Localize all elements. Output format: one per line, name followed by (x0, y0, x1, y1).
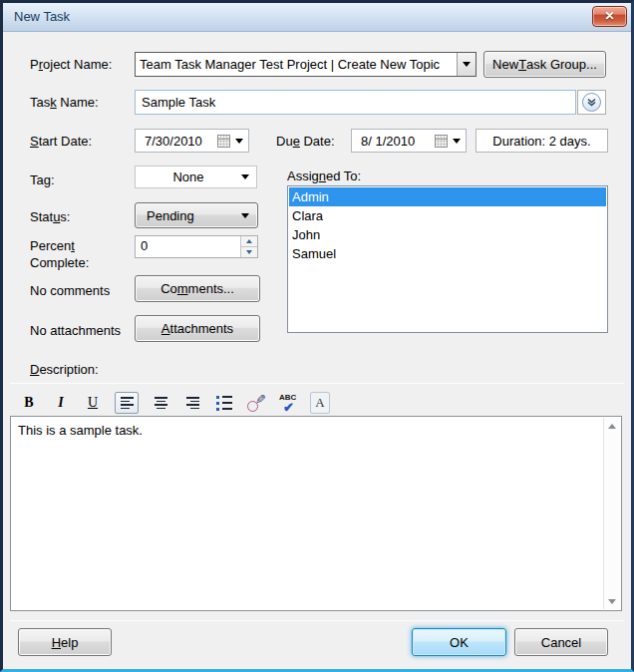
list-item[interactable]: Clara (289, 206, 606, 225)
bullet-list-icon (216, 396, 232, 411)
percent-complete-label-line1: Percent (30, 238, 75, 253)
align-right-icon (186, 397, 199, 409)
edit-pen-icon: ✎ (246, 392, 266, 414)
spell-check-icon: ABC ✔ (278, 392, 298, 414)
percent-complete-label-line2: Complete: (30, 255, 89, 270)
start-date-picker[interactable]: 7/30/2010 (135, 129, 249, 153)
spin-up-button[interactable] (241, 236, 257, 247)
description-text: This is a sample task. (18, 423, 597, 438)
spin-down-button[interactable] (241, 247, 257, 257)
chevron-down-circle-icon (585, 96, 598, 109)
align-center-button[interactable] (151, 392, 170, 414)
underline-icon[interactable]: U (83, 392, 103, 414)
duration-readout: Duration: 2 days. (476, 129, 608, 153)
title-bar[interactable]: New Task ✕ (3, 3, 631, 32)
calendar-icon[interactable] (217, 135, 230, 148)
arrow-down-icon (608, 599, 616, 604)
list-item[interactable]: Samuel (289, 244, 606, 263)
close-icon: ✕ (604, 9, 614, 23)
new-task-group-button[interactable]: New Task Group... (483, 51, 606, 78)
italic-icon[interactable]: I (51, 392, 71, 414)
tag-value: None (136, 169, 241, 184)
close-button[interactable]: ✕ (592, 6, 627, 27)
chevron-down-icon[interactable] (453, 139, 461, 144)
attachments-status-text: No attachments (30, 323, 121, 338)
status-combobox[interactable]: Pending (135, 202, 258, 228)
percent-complete-stepper[interactable]: 0 (135, 235, 258, 258)
comments-status-text: No comments (30, 283, 110, 298)
description-input[interactable]: This is a sample task. (10, 416, 622, 611)
due-date-label: Due Date: (276, 134, 335, 149)
help-button[interactable]: Help (18, 628, 112, 656)
scroll-down-button[interactable] (604, 593, 620, 609)
assigned-to-label: Assigned To: (287, 168, 361, 183)
start-date-value: 7/30/2010 (136, 134, 217, 149)
arrow-down-icon (246, 250, 252, 254)
tag-combobox[interactable]: None (135, 166, 257, 188)
list-item[interactable]: Admin (289, 187, 606, 206)
description-label: Description: (30, 362, 99, 377)
font-icon: A (315, 395, 324, 411)
arrow-up-icon (246, 239, 252, 243)
start-date-label: Start Date: (30, 134, 92, 149)
window-title: New Task (14, 9, 70, 24)
spell-check-button[interactable]: ABC ✔ (278, 392, 298, 414)
align-center-icon (155, 397, 167, 409)
expand-options-button[interactable] (582, 93, 601, 112)
due-date-picker[interactable]: 8/ 1/2010 (351, 129, 467, 153)
duration-text: Duration: 2 days. (492, 134, 590, 149)
project-name-label: Project Name: (30, 57, 112, 72)
annotate-button[interactable]: ✎ (246, 392, 266, 414)
bold-icon[interactable]: B (19, 392, 39, 414)
align-left-button[interactable] (115, 392, 139, 414)
scroll-up-button[interactable] (604, 418, 620, 434)
list-item[interactable]: John (289, 225, 606, 244)
assigned-to-listbox[interactable]: Admin Clara John Samuel (287, 185, 608, 333)
status-label: Status: (30, 209, 70, 224)
divider (10, 620, 624, 621)
due-date-value: 8/ 1/2010 (352, 134, 435, 149)
chevron-down-icon (241, 174, 249, 179)
task-name-expand-panel (577, 90, 606, 115)
formatting-toolbar: B I U ✎ ABC ✔ (19, 391, 330, 415)
task-name-label: Task Name: (30, 95, 99, 110)
task-name-input[interactable]: Sample Task (135, 90, 576, 115)
project-name-value: Team Task Manager Test Project | Create … (136, 53, 457, 76)
bullet-list-button[interactable] (214, 392, 234, 414)
chevron-down-icon (463, 62, 471, 67)
new-task-dialog: New Task ✕ Project Name: Team Task Manag… (0, 0, 634, 672)
percent-complete-value: 0 (136, 236, 240, 257)
align-right-button[interactable] (182, 392, 202, 414)
project-name-combobox[interactable]: Team Task Manager Test Project | Create … (135, 52, 476, 77)
cancel-button[interactable]: Cancel (514, 628, 608, 656)
chevron-down-icon[interactable] (235, 139, 243, 144)
font-button[interactable]: A (310, 392, 330, 414)
task-name-value: Sample Task (142, 95, 215, 110)
chevron-down-icon (241, 213, 249, 218)
calendar-icon[interactable] (435, 135, 448, 148)
arrow-up-icon (608, 424, 616, 429)
attachments-button[interactable]: Attachments (135, 315, 260, 342)
tag-label: Tag: (30, 172, 55, 187)
ok-button[interactable]: OK (412, 628, 506, 656)
status-value: Pending (136, 208, 241, 223)
align-left-icon (121, 397, 134, 409)
scrollbar[interactable] (603, 418, 620, 609)
project-name-dropdown-button[interactable] (457, 53, 476, 76)
divider (10, 383, 624, 384)
comments-button[interactable]: Comments... (135, 275, 260, 302)
